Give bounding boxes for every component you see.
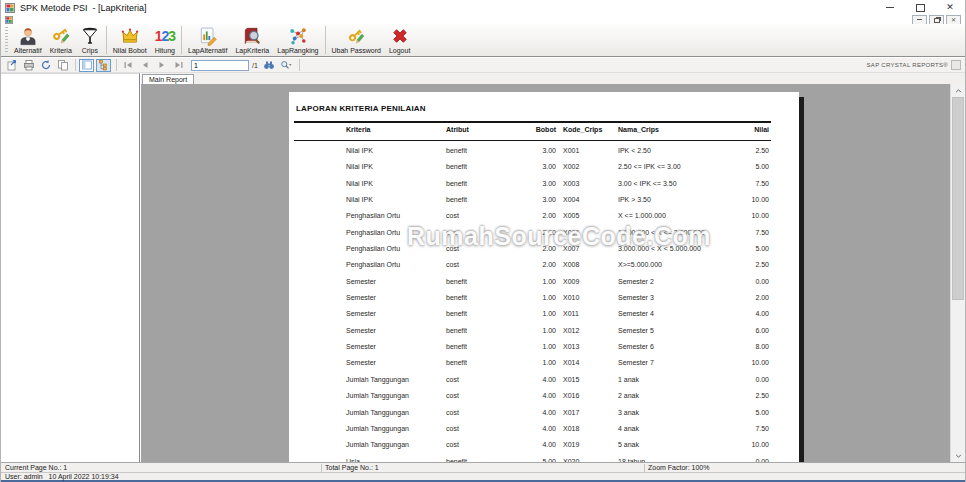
- cell-atribut: benefit: [446, 294, 467, 301]
- cell-nama_crips: 1 anak: [618, 376, 639, 383]
- ubah-password-label: Ubah Password: [332, 47, 381, 54]
- cell-nama_crips: Semester 2: [618, 278, 654, 285]
- table-row: Nilai IPKbenefit3.00X0022.50 <= IPK <= 3…: [289, 160, 799, 176]
- cell-nama_crips: 3.000.000 < X < 5.000.000: [618, 245, 701, 252]
- toggle-parameter-panel-button[interactable]: [79, 59, 94, 72]
- previous-page-button[interactable]: [137, 59, 152, 72]
- scrollbar-thumb[interactable]: [952, 97, 964, 300]
- lap-rangking-label: LapRangking: [277, 47, 318, 54]
- zoom-button[interactable]: [279, 59, 294, 72]
- cell-bobot: 1.00: [499, 327, 556, 334]
- chevron-down-icon: [955, 454, 962, 458]
- table-row: Usiabenefit5.00X02018 tahun0.00: [289, 455, 799, 462]
- lap-rangking-button[interactable]: LapRangking: [273, 25, 322, 56]
- cell-nilai: 0.00: [704, 278, 769, 285]
- scroll-up-button[interactable]: [951, 84, 965, 97]
- tab-main-report[interactable]: Main Report: [142, 74, 194, 84]
- cell-kriteria: Semester: [346, 278, 376, 285]
- cell-nilai: 7.50: [704, 229, 769, 236]
- refresh-button[interactable]: [38, 59, 53, 72]
- crips-button[interactable]: Crips: [76, 25, 104, 56]
- toolbar-separator: [75, 59, 76, 71]
- close-button[interactable]: ✕: [935, 0, 965, 15]
- cell-nama_crips: 3.00 < IPK <= 3.50: [618, 180, 677, 187]
- print-button[interactable]: [21, 59, 36, 72]
- cell-atribut: cost: [446, 376, 459, 383]
- cell-kriteria: Jumlah Tanggungan: [346, 376, 409, 383]
- cell-kode_crips: X005: [563, 212, 579, 219]
- cell-bobot: 1.00: [499, 343, 556, 350]
- cell-kode_crips: X018: [563, 425, 579, 432]
- next-page-button[interactable]: [154, 59, 169, 72]
- nilai-bobot-button[interactable]: Nilai Bobot: [109, 25, 151, 56]
- lap-alternatif-button[interactable]: LapAlternatif: [184, 25, 231, 56]
- table-row: Nilai IPKbenefit3.00X004IPK > 3.5010.00: [289, 193, 799, 209]
- mdi-minimize-button[interactable]: [912, 15, 927, 25]
- previous-page-icon: [139, 59, 151, 71]
- cell-nama_crips: Semester 5: [618, 327, 654, 334]
- cell-kode_crips: X003: [563, 180, 579, 187]
- key-pencil-icon: [346, 26, 366, 46]
- cell-atribut: benefit: [446, 343, 467, 350]
- scroll-down-button[interactable]: [951, 449, 965, 462]
- toolbar-separator: [116, 59, 117, 71]
- page-total-label: /1: [252, 62, 258, 69]
- minimize-button[interactable]: [875, 0, 905, 15]
- lap-kriteria-button[interactable]: LapKriteria: [231, 25, 273, 56]
- lap-kriteria-label: LapKriteria: [235, 47, 269, 54]
- hitung-button[interactable]: 123 Hitung: [151, 25, 179, 56]
- cell-bobot: 3.00: [499, 180, 556, 187]
- find-button[interactable]: [262, 59, 277, 72]
- page-number-input[interactable]: [191, 60, 249, 71]
- vertical-scrollbar[interactable]: [950, 84, 965, 462]
- mdi-menu-row: ✕: [1, 15, 965, 24]
- cell-kriteria: Semester: [346, 359, 376, 366]
- cell-kriteria: Penghasilan Ortu: [346, 229, 400, 236]
- cell-nilai: 6.00: [704, 327, 769, 334]
- cell-kriteria: Semester: [346, 327, 376, 334]
- column-header-nilai: Nilai: [704, 126, 769, 133]
- mdi-restore-button[interactable]: [929, 15, 944, 25]
- column-header-kriteria: Kriteria: [346, 126, 371, 133]
- toggle-group-tree-button[interactable]: [96, 59, 111, 72]
- copy-icon: [57, 59, 69, 71]
- book-magnifier-icon: [242, 26, 262, 46]
- table-row: Semesterbenefit1.00X010Semester 32.00: [289, 291, 799, 307]
- window-title: SPK Metode PSI - [LapKriteria]: [20, 3, 147, 13]
- last-page-button[interactable]: [171, 59, 186, 72]
- kriteria-button[interactable]: Kriteria: [46, 25, 76, 56]
- alternatif-button[interactable]: Alternatif: [10, 25, 46, 56]
- column-header-kode-crips: Kode_Crips: [563, 126, 602, 133]
- export-button[interactable]: [4, 59, 19, 72]
- cell-nilai: 5.00: [704, 163, 769, 170]
- mdi-close-button[interactable]: ✕: [946, 15, 961, 25]
- table-row: Penghasilan Ortucost2.00X0073.000.000 < …: [289, 242, 799, 258]
- cell-kode_crips: X015: [563, 376, 579, 383]
- cell-bobot: 3.00: [499, 196, 556, 203]
- export-icon: [6, 59, 18, 71]
- cell-kriteria: Nilai IPK: [346, 163, 373, 170]
- toolbar-separator: [181, 26, 182, 54]
- magnifier-icon: [280, 59, 292, 71]
- table-row: Semesterbenefit1.00X012Semester 56.00: [289, 324, 799, 340]
- table-row: Semesterbenefit1.00X011Semester 44.00: [289, 307, 799, 323]
- cell-nilai: 5.00: [704, 409, 769, 416]
- cell-nilai: 4.00: [704, 310, 769, 317]
- table-row: Jumlah Tanggungancost4.00X0162 anak2.50: [289, 389, 799, 405]
- status-divider: [644, 464, 645, 472]
- ubah-password-button[interactable]: Ubah Password: [328, 25, 385, 56]
- maximize-button[interactable]: [905, 0, 935, 15]
- cell-nilai: 2.50: [704, 261, 769, 268]
- cell-nilai: 10.00: [704, 441, 769, 448]
- cell-kode_crips: X006: [563, 229, 579, 236]
- cell-kode_crips: X014: [563, 359, 579, 366]
- column-header-bobot: Bobot: [499, 126, 556, 133]
- logout-button[interactable]: Logout: [385, 25, 414, 56]
- table-row: Penghasilan Ortucost2.00X005X <= 1.000.0…: [289, 209, 799, 225]
- copy-button[interactable]: [55, 59, 70, 72]
- user-datetime-status: User: admin 10 April 2022 10:19:34: [5, 473, 119, 480]
- first-page-button[interactable]: [120, 59, 135, 72]
- table-row: Semesterbenefit1.00X009Semester 20.00: [289, 275, 799, 291]
- cell-bobot: 3.00: [499, 163, 556, 170]
- lap-alternatif-label: LapAlternatif: [188, 47, 227, 54]
